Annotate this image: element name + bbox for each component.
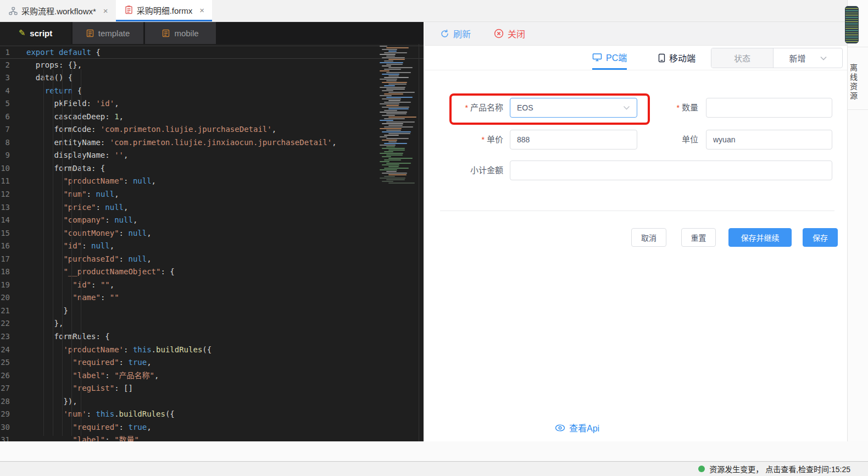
code-line[interactable]: 21 }: [0, 305, 424, 318]
line-number: 31: [0, 434, 26, 441]
code-line[interactable]: 30 "required": true,: [0, 421, 424, 434]
form-preview-pane: 刷新 关闭 PC端: [424, 22, 847, 441]
code-line[interactable]: 8 entityName: 'com.primeton.liujie.jinxi…: [0, 136, 424, 150]
file-icon: [162, 29, 170, 37]
cancel-button[interactable]: 取消: [631, 228, 666, 247]
view-api-link[interactable]: 查看Api: [555, 421, 599, 434]
line-number: 29: [0, 408, 26, 421]
code-line[interactable]: 9 displayName: '',: [0, 149, 424, 162]
line-number: 9: [0, 149, 26, 162]
field-label-price: *单价: [425, 130, 503, 150]
close-label: 关闭: [508, 27, 525, 40]
code-line[interactable]: 26 "label": "产品名称",: [0, 369, 424, 383]
code-line[interactable]: 6 cascadeDeep: 1,: [0, 110, 424, 124]
code-line[interactable]: 18 "__productNameObject": {: [0, 265, 424, 279]
form-file-icon: [125, 5, 133, 14]
code-line[interactable]: 19 "id": "",: [0, 279, 424, 292]
close-icon[interactable]: ×: [199, 5, 204, 15]
tab-mobile-device[interactable]: 移动端: [658, 46, 695, 70]
code-line[interactable]: 20 "name": "": [0, 291, 424, 305]
preview-toolbar: 刷新 关闭: [425, 22, 847, 46]
field-label-product-name: *产品名称: [425, 98, 503, 118]
code-line[interactable]: 12 "num": null,: [0, 188, 424, 201]
code-line[interactable]: 5 pkField: 'id',: [0, 97, 424, 110]
indent-guide: [62, 69, 63, 436]
code-line[interactable]: 2 props: {},: [0, 59, 424, 72]
code-line[interactable]: 28 }),: [0, 395, 424, 408]
state-select[interactable]: 新增: [774, 48, 842, 68]
bottom-strip: [0, 441, 868, 462]
line-number: 22: [0, 317, 26, 330]
view-api-label: 查看Api: [569, 421, 599, 434]
price-input[interactable]: [510, 130, 637, 150]
reset-button[interactable]: 重置: [681, 228, 716, 247]
code-line[interactable]: 11 "productName": null,: [0, 175, 424, 188]
field-label-subtotal: 小计金额: [425, 160, 503, 180]
product-name-select[interactable]: EOS: [510, 98, 637, 118]
line-number: 3: [0, 71, 26, 85]
code-line[interactable]: 1export default {: [0, 46, 424, 59]
code-line[interactable]: 7 formCode: 'com.primeton.liujie.jpurcha…: [0, 123, 424, 136]
line-number: 19: [0, 279, 26, 292]
indent-guide: [71, 69, 72, 436]
tab-workflow-file[interactable]: 采购流程.workflowx* ×: [0, 0, 116, 21]
code-line[interactable]: 31 "label": "数量",: [0, 434, 424, 441]
state-value: 新增: [789, 52, 805, 64]
tab-mobile[interactable]: mobile: [145, 22, 216, 44]
close-icon[interactable]: ×: [103, 6, 108, 15]
app-window: 采购流程.workflowx* × 采购明细.formx × ✎ script: [0, 0, 868, 476]
refresh-button[interactable]: 刷新: [440, 27, 471, 40]
refresh-icon: [440, 29, 449, 38]
quantity-input[interactable]: [706, 98, 832, 118]
code-line[interactable]: 17 "purchaseId": null,: [0, 253, 424, 266]
code-line[interactable]: 16 "id": null,: [0, 240, 424, 253]
code-line[interactable]: 25 "required": true,: [0, 356, 424, 369]
code-line[interactable]: 3 data() {: [0, 71, 424, 85]
phone-icon: [658, 53, 665, 63]
file-icon: [86, 29, 94, 37]
rail-item-offline-resources[interactable]: 离线资源: [848, 47, 868, 110]
eye-icon: [555, 424, 565, 431]
tab-formx-file[interactable]: 采购明细.formx ×: [116, 0, 212, 21]
divider: [440, 211, 834, 211]
required-mark: *: [482, 135, 485, 144]
code-line[interactable]: 29 'num': this.buildRules({: [0, 408, 424, 421]
line-number: 8: [0, 136, 26, 150]
monitor-icon: [592, 53, 602, 62]
tab-template[interactable]: template: [73, 22, 143, 44]
file-tab-bar: 采购流程.workflowx* × 采购明细.formx ×: [0, 0, 847, 22]
line-number: 11: [0, 175, 26, 188]
line-number: 28: [0, 395, 26, 408]
code-line[interactable]: 15 "countMoney": null,: [0, 227, 424, 240]
code-line[interactable]: 10 formData: {: [0, 162, 424, 175]
subtotal-input[interactable]: [510, 160, 832, 180]
line-number: 18: [0, 265, 26, 279]
save-and-continue-button[interactable]: 保存并继续: [728, 228, 792, 247]
close-preview-button[interactable]: 关闭: [494, 27, 525, 40]
code-line[interactable]: 27 "regList": []: [0, 382, 424, 395]
save-button[interactable]: 保存: [803, 228, 838, 247]
code-line[interactable]: 23 formRules: {: [0, 330, 424, 344]
minimap[interactable]: [379, 46, 418, 189]
line-number: 10: [0, 162, 26, 175]
tab-pc[interactable]: PC端: [592, 46, 627, 70]
code-line[interactable]: 24 'productName': this.buildRules({: [0, 344, 424, 357]
line-number: 15: [0, 227, 26, 240]
file-tab-label: 采购明细.formx: [137, 4, 193, 16]
chevron-down-icon: [623, 106, 630, 110]
line-number: 4: [0, 85, 26, 98]
code-line[interactable]: 13 "price": null,: [0, 201, 424, 214]
tab-script[interactable]: ✎ script: [0, 22, 71, 44]
right-rail: 数据源 离线资源: [847, 0, 868, 456]
code-area[interactable]: 1export default {2 props: {},3 data() {4…: [0, 44, 424, 441]
code-line[interactable]: 4 return {: [0, 85, 424, 98]
file-tab-label: 采购流程.workflowx*: [21, 5, 96, 16]
code-line[interactable]: 22 },: [0, 317, 424, 330]
form-area: *产品名称 EOS *数量 *单价 单位: [425, 70, 847, 441]
code-line[interactable]: 14 "company": null,: [0, 214, 424, 227]
editor-tab-label: script: [30, 29, 52, 38]
status-message[interactable]: 资源发生变更， 点击查看,检查时间:15:25: [709, 463, 850, 474]
workflow-icon: [9, 7, 18, 15]
unit-input[interactable]: [706, 130, 832, 150]
status-bar: 资源发生变更， 点击查看,检查时间:15:25: [0, 462, 868, 476]
